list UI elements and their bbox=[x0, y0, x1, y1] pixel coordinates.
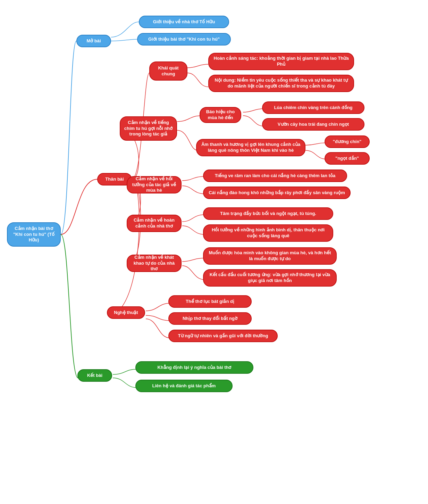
nhip-tho-label: Nhịp thơ thay đổi bất ngờ bbox=[183, 316, 237, 322]
cam-nhan-hoan-canh-label: Cảm nhận về hoàn cảnh của nhà thơ bbox=[131, 217, 177, 229]
bao-hieu-label: Báo hiệu cho mùa hè đến bbox=[204, 109, 237, 121]
the-tho-label: Thể thơ lục bát giản dị bbox=[186, 299, 234, 305]
gtnt-label: Giới thiệu về nhà thơ Tố Hữu bbox=[153, 19, 215, 25]
noi-dung-node: Nội dung: Niềm tin yêu cuộc sống thiết t… bbox=[208, 75, 354, 92]
khai-quat-label: Khái quát chung bbox=[153, 65, 183, 77]
lien-he-node: Liên hệ và đánh giá tác phẩm bbox=[135, 380, 233, 392]
hoi-tuong-label: Hồi tưởng về những hình ảnh bình dị, thâ… bbox=[207, 227, 329, 239]
vuon-cay-node: Vườn cây hoa trái đang chín ngọt bbox=[262, 118, 364, 131]
hoan-canh-node: Hoàn cảnh sáng tác: khoảng thời gian bị … bbox=[208, 53, 354, 70]
ngot-dan-label: "ngọt dần" bbox=[335, 156, 359, 162]
ngot-dan-node: "ngọt dần" bbox=[325, 152, 370, 165]
tu-ngu-node: Từ ngữ tự nhiên và gần gũi với đời thườn… bbox=[168, 330, 278, 342]
tieng-ve-label: Tiếng ve râm ran làm cho cái nắng hè càn… bbox=[215, 173, 335, 179]
ket-cau-label: Kết cấu đầu cuối tương ứng: vừa gợi nhớ … bbox=[207, 272, 333, 284]
muon-duoc-node: Muốn được hòa mình vào không gian mùa hè… bbox=[203, 247, 337, 265]
the-tho-node: Thể thơ lục bát giản dị bbox=[168, 295, 252, 308]
bao-hieu-node: Báo hiệu cho mùa hè đến bbox=[200, 107, 241, 123]
ket-bai-node: Kết bài bbox=[77, 369, 112, 382]
am-thanh-label: Âm thanh và hương vị gợi lên khung cảnh … bbox=[200, 142, 301, 154]
root-label: Cảm nhận bài thơ "Khi con tu hú" (Tố Hữu… bbox=[11, 226, 57, 243]
mo-bai-label: Mở bài bbox=[86, 38, 101, 44]
lua-chiem-label: Lúa chiêm chín vàng trên cánh đồng bbox=[274, 105, 352, 111]
cam-nhan-khat-khao-label: Cảm nhận về khát khao tự do của nhà thơ bbox=[131, 255, 177, 272]
cam-nhan-khat-khao-node: Cảm nhận về khát khao tự do của nhà thơ bbox=[127, 255, 182, 272]
vuon-cay-label: Vườn cây hoa trái đang chín ngọt bbox=[278, 122, 349, 127]
tu-ngu-label: Từ ngữ tự nhiên và gần gũi với đời thườn… bbox=[178, 333, 268, 339]
lua-chiem-node: Lúa chiêm chín vàng trên cánh đồng bbox=[262, 101, 364, 114]
mo-bai-node: Mở bài bbox=[76, 35, 111, 47]
than-bai-label: Thân bài bbox=[105, 176, 124, 182]
noi-dung-label: Nội dung: Niềm tin yêu cuộc sống thiết t… bbox=[212, 77, 350, 89]
cam-nhan-hoi-tuong-label: Cảm nhận về hồi tưởng của tác giả về mùa… bbox=[131, 176, 177, 194]
nghe-thuat-label: Nghệ thuật bbox=[114, 310, 138, 316]
am-thanh-node: Âm thanh và hương vị gợi lên khung cảnh … bbox=[196, 139, 305, 156]
hoan-canh-label: Hoàn cảnh sáng tác: khoảng thời gian bị … bbox=[212, 56, 350, 67]
ket-bai-label: Kết bài bbox=[87, 373, 102, 379]
nghe-thuat-node: Nghệ thuật bbox=[107, 306, 145, 319]
gtbt-node: Giới thiệu bài thơ "Khi con tu hú" bbox=[137, 33, 231, 46]
muon-duoc-label: Muốn được hòa mình vào không gian mùa hè… bbox=[207, 250, 333, 262]
root-node: Cảm nhận bài thơ "Khi con tu hú" (Tố Hữu… bbox=[7, 222, 61, 247]
cai-nang-label: Cái nắng đào hong khô những bắp rây phơi… bbox=[209, 190, 345, 196]
tam-trang-node: Tâm trạng đầy bức bối và ngột ngạt, tù t… bbox=[203, 207, 333, 220]
cam-nhan-hoi-tuong-node: Cảm nhận về hồi tưởng của tác giả về mùa… bbox=[127, 176, 182, 193]
khang-dinh-label: Khẳng định lại ý nghĩa của bài thơ bbox=[158, 365, 232, 371]
cam-nhan-hoan-canh-node: Cảm nhận về hoàn cảnh của nhà thơ bbox=[127, 215, 182, 232]
lien-he-label: Liên hệ và đánh giá tác phẩm bbox=[152, 383, 216, 389]
gtbt-label: Giới thiệu bài thơ "Khi con tu hú" bbox=[148, 36, 220, 42]
tam-trang-label: Tâm trạng đầy bức bối và ngột ngạt, tù t… bbox=[220, 211, 316, 217]
khai-quat-node: Khái quát chung bbox=[149, 61, 187, 81]
khang-dinh-node: Khẳng định lại ý nghĩa của bài thơ bbox=[135, 361, 253, 374]
tieng-ve-node: Tiếng ve râm ran làm cho cái nắng hè càn… bbox=[203, 170, 347, 182]
duong-chin-label: "đương chín" bbox=[333, 139, 362, 145]
duong-chin-node: "đương chín" bbox=[325, 135, 370, 148]
ket-cau-node: Kết cấu đầu cuối tương ứng: vừa gợi nhớ … bbox=[203, 269, 337, 287]
cai-nang-node: Cái nắng đào hong khô những bắp rây phơi… bbox=[203, 187, 351, 199]
gtnt-node: Giới thiệu về nhà thơ Tố Hữu bbox=[139, 16, 229, 28]
nhip-tho-node: Nhịp thơ thay đổi bất ngờ bbox=[168, 312, 252, 325]
cam-nhan-chim-label: Cảm nhận về tiếng chim tu hú gợi nỗi nhớ… bbox=[124, 120, 173, 138]
mindmap-container: Cảm nhận bài thơ "Khi con tu hú" (Tố Hữu… bbox=[0, 0, 428, 504]
cam-nhan-chim-node: Cảm nhận về tiếng chim tu hú gợi nỗi nhớ… bbox=[120, 116, 177, 141]
hoi-tuong-node: Hồi tưởng về những hình ảnh bình dị, thâ… bbox=[203, 224, 333, 242]
